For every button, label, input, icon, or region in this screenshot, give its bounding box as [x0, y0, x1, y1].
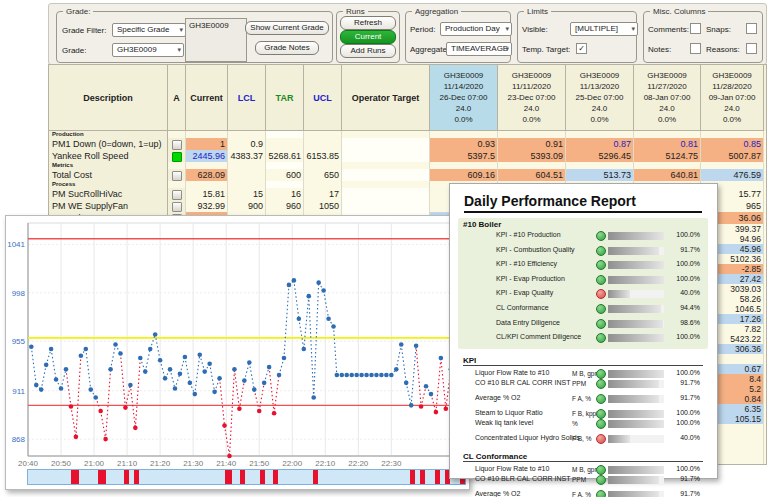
value-cell[interactable]: 15: [228, 188, 266, 200]
value-cell[interactable]: 600: [266, 169, 304, 181]
data-point[interactable]: [297, 316, 302, 321]
data-point[interactable]: [93, 395, 98, 400]
data-point[interactable]: [69, 404, 74, 409]
data-point[interactable]: [29, 345, 34, 350]
data-point[interactable]: [282, 356, 287, 361]
data-point[interactable]: [118, 351, 123, 356]
data-point[interactable]: [429, 392, 434, 397]
data-point[interactable]: [178, 372, 183, 377]
col-header-date-1[interactable]: GH3E000911/14/202026-Dec 07:0024.00.0%: [430, 65, 498, 131]
value-cell[interactable]: [304, 138, 342, 150]
data-point[interactable]: [188, 381, 193, 386]
grade-text-box[interactable]: GH3E0009: [185, 18, 247, 62]
data-point[interactable]: [302, 347, 307, 352]
grade-notes-button[interactable]: Grade Notes: [255, 41, 319, 55]
data-point[interactable]: [207, 361, 212, 366]
grade-dropdown[interactable]: GH3E0009: [112, 43, 184, 57]
data-point[interactable]: [98, 409, 103, 414]
data-point[interactable]: [379, 373, 384, 378]
comments-checkbox[interactable]: [690, 23, 701, 34]
value-cell[interactable]: 476.59: [701, 169, 764, 181]
value-cell[interactable]: 15.81: [186, 188, 228, 200]
value-cell[interactable]: 900: [228, 200, 266, 212]
value-cell[interactable]: 2445.96: [186, 150, 228, 162]
value-cell[interactable]: 0.91: [498, 138, 566, 150]
reasons-checkbox[interactable]: [746, 43, 757, 54]
col-header-description[interactable]: Description: [49, 65, 168, 131]
data-point[interactable]: [242, 378, 247, 383]
value-cell[interactable]: 0.9: [228, 138, 266, 150]
data-point[interactable]: [34, 383, 39, 388]
value-cell[interactable]: 932.99: [186, 200, 228, 212]
data-point[interactable]: [227, 454, 232, 459]
value-cell[interactable]: [342, 200, 430, 212]
data-point[interactable]: [257, 409, 262, 414]
col-header-operator-target[interactable]: Operator Target: [342, 65, 430, 131]
data-point[interactable]: [326, 316, 331, 321]
value-cell[interactable]: [342, 150, 430, 162]
data-point[interactable]: [74, 435, 79, 440]
control-chart[interactable]: 868911955998104120:4020:5021:0021:1021:2…: [6, 216, 467, 468]
data-point[interactable]: [311, 395, 316, 400]
value-cell[interactable]: 5296.45: [566, 150, 634, 162]
data-point[interactable]: [202, 369, 207, 374]
value-cell[interactable]: 16: [266, 188, 304, 200]
visible-dropdown[interactable]: [MULTIPLE]: [570, 22, 638, 36]
row-checkbox-button[interactable]: [172, 140, 182, 150]
row-checkbox-button[interactable]: [172, 202, 182, 212]
grade-filter-dropdown[interactable]: Specific Grade: [112, 23, 186, 37]
data-point[interactable]: [344, 373, 349, 378]
col-header-tar[interactable]: TAR: [266, 65, 304, 131]
data-point[interactable]: [399, 342, 404, 347]
data-point[interactable]: [148, 347, 153, 352]
value-cell[interactable]: 0.81: [634, 138, 701, 150]
data-point[interactable]: [374, 373, 379, 378]
col-header-date-5[interactable]: GH3E000911/28/202009-Jan 07:0024.00.0%: [701, 65, 764, 131]
data-point[interactable]: [252, 387, 257, 392]
value-cell[interactable]: 604.51: [498, 169, 566, 181]
show-current-grade-button[interactable]: Show Current Grade: [245, 21, 329, 35]
data-point[interactable]: [409, 403, 414, 408]
data-point[interactable]: [88, 387, 93, 392]
value-cell[interactable]: 628.09: [186, 169, 228, 181]
data-point[interactable]: [232, 367, 237, 372]
data-point[interactable]: [384, 373, 389, 378]
data-point[interactable]: [222, 423, 227, 428]
row-checkbox-button[interactable]: [172, 190, 182, 200]
data-point[interactable]: [158, 358, 163, 363]
value-cell[interactable]: 5268.61: [266, 150, 304, 162]
value-cell[interactable]: 513.73: [566, 169, 634, 181]
data-point[interactable]: [267, 365, 272, 370]
data-point[interactable]: [183, 355, 188, 360]
data-point[interactable]: [197, 352, 202, 357]
data-point[interactable]: [39, 387, 44, 392]
data-point[interactable]: [113, 342, 118, 347]
value-cell[interactable]: 0.93: [430, 138, 498, 150]
value-cell[interactable]: 5393.09: [498, 150, 566, 162]
data-point[interactable]: [84, 347, 89, 352]
data-point[interactable]: [349, 373, 354, 378]
refresh-button[interactable]: Refresh: [340, 16, 396, 30]
data-point[interactable]: [292, 278, 297, 283]
col-header-date-2[interactable]: GH3E000911/11/202023-Dec 07:0024.00.0%: [498, 65, 566, 131]
value-cell[interactable]: [266, 138, 304, 150]
value-cell[interactable]: 609.16: [430, 169, 498, 181]
value-cell[interactable]: [342, 169, 430, 181]
value-cell[interactable]: 5007.87: [701, 150, 764, 162]
value-cell[interactable]: 640.81: [634, 169, 701, 181]
value-cell[interactable]: 0.85: [701, 138, 764, 150]
data-point[interactable]: [331, 324, 336, 329]
data-point[interactable]: [424, 384, 429, 389]
daily-performance-report-panel[interactable]: Daily Performance Report #10 BoilerKPI -…: [449, 183, 718, 479]
value-cell[interactable]: 650: [304, 169, 342, 181]
value-cell[interactable]: 960: [266, 200, 304, 212]
value-cell[interactable]: 5124.75: [634, 150, 701, 162]
value-cell[interactable]: 1050: [304, 200, 342, 212]
data-point[interactable]: [247, 360, 252, 365]
data-point[interactable]: [439, 356, 444, 361]
value-cell[interactable]: 6153.85: [304, 150, 342, 162]
violation-timeline-strip[interactable]: [27, 469, 466, 485]
data-point[interactable]: [316, 280, 321, 285]
col-header-current[interactable]: Current: [186, 65, 228, 131]
data-point[interactable]: [108, 367, 113, 372]
